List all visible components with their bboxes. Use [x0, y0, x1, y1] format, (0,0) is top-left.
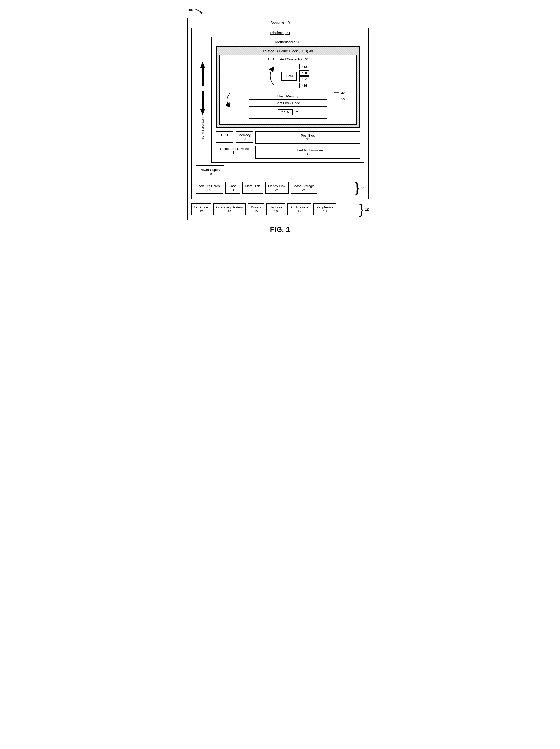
- power-supply-row: Power Supply 19: [196, 165, 365, 178]
- tcpa-label: TCPA Subsystem: [201, 117, 204, 139]
- tbb-connection-label: TBB Trusted Connection 46: [222, 57, 353, 61]
- main-content-row: TCPA Subsystem Motherboard 30 Trusted Bu…: [196, 37, 365, 163]
- tpm-box: TPM: [281, 71, 297, 81]
- addon-cards-box: Add-On Cards 20: [196, 182, 223, 194]
- tpm-slot-d: 48d: [299, 83, 309, 88]
- right-components: Post Bios 36 Embedded Firmware 38: [255, 131, 360, 158]
- software-brace-ref: 12: [365, 207, 369, 211]
- tpm-slot-a: 48a: [299, 64, 309, 69]
- ref-line: [334, 91, 340, 94]
- addons-items: Add-On Cards 20 Case 21 Hard Disk 23 F: [196, 182, 352, 194]
- tcpa-arrows: [197, 60, 208, 116]
- memory-box: Memory 33: [236, 131, 254, 143]
- flash-ref-42: 42: [334, 91, 345, 95]
- diagram-number: 100: [187, 8, 193, 12]
- crtm-area: CRTM 52: [252, 108, 324, 117]
- boot-ref-50: 50: [341, 98, 345, 101]
- case-box: Case 21: [225, 182, 240, 194]
- floppy-disk-box: Floppy Disk 24: [265, 182, 288, 194]
- system-label: System 10: [191, 21, 369, 25]
- software-items: IPL Code 12 Operating System 14 Drivers …: [191, 204, 357, 215]
- tbb-box: Trusted Building Block (TBB) 40 TBB Trus…: [216, 46, 360, 128]
- crtm-box: CRTM: [278, 109, 293, 115]
- mass-storage-box: Mass Storage 25: [290, 182, 317, 194]
- software-row: IPL Code 12 Operating System 14 Drivers …: [191, 202, 369, 216]
- lower-mb-row: CPU 32 Memory 33 Embedded Devices: [216, 131, 360, 158]
- post-bios-box: Post Bios 36: [255, 131, 360, 144]
- motherboard-box: Motherboard 30 Trusted Building Block (T…: [211, 37, 365, 163]
- system-box: System 10 Platform 20 TCPA Subs: [187, 18, 373, 220]
- flash-boot-crtm-box: Flash Memory Boot Block Code: [239, 90, 337, 121]
- fig-label: FIG. 1: [187, 226, 373, 234]
- tpm-slots: 48a 48b 48c 48d: [299, 64, 309, 88]
- tbb-inner-box: TBB Trusted Connection 46: [219, 55, 357, 125]
- addons-row: Add-On Cards 20 Case 21 Hard Disk 23 F: [196, 181, 365, 195]
- diagram-number-area: 100: [187, 8, 373, 15]
- platform-brace-ref: 22: [361, 186, 365, 190]
- platform-label: Platform 20: [196, 30, 365, 35]
- os-box: Operating System 14: [213, 204, 246, 215]
- services-box: Services 16: [266, 204, 285, 215]
- crtm-ref: 52: [295, 111, 298, 114]
- platform-box: Platform 20 TCPA Subsystem: [191, 27, 369, 199]
- embedded-devices-box: Embedded Devices 34: [216, 145, 254, 156]
- platform-brace: }: [355, 181, 360, 195]
- flash-memory-label: Flash Memory: [249, 93, 327, 100]
- flash-area-container: Flash Memory Boot Block Code: [222, 90, 353, 121]
- page-container: 100 System 10 Platform 20: [185, 5, 376, 236]
- tcpa-area: TCPA Subsystem: [196, 37, 210, 163]
- flash-memory-box: Flash Memory Boot Block Code: [249, 92, 327, 119]
- tpm-area: TPM 48a 48b 48c 48d: [222, 64, 353, 88]
- crtm-row: CRTM 52: [249, 107, 327, 118]
- software-brace-container: IPL Code 12 Operating System 14 Drivers …: [191, 202, 369, 216]
- cpu-box: CPU 32: [216, 131, 234, 143]
- embedded-firmware-box: Embedded Firmware 38: [255, 146, 360, 158]
- addons-brace-container: Add-On Cards 20 Case 21 Hard Disk 23 F: [196, 181, 365, 195]
- diagram-arrow: [193, 8, 206, 14]
- curved-arrow-down: [223, 92, 236, 107]
- motherboard-label: Motherboard 30: [216, 40, 360, 44]
- left-components: CPU 32 Memory 33 Embedded Devices: [216, 131, 254, 158]
- hard-disk-box: Hard Disk 23: [242, 182, 263, 194]
- power-supply-box: Power Supply 19: [196, 165, 224, 178]
- software-brace: }: [359, 202, 364, 216]
- svg-marker-3: [200, 91, 205, 115]
- svg-marker-2: [200, 62, 205, 86]
- applications-box: Applications 17: [287, 204, 311, 215]
- tpm-slot-b: 48b: [299, 70, 309, 76]
- peripherals-box: Peripherals 18: [313, 204, 336, 215]
- curved-arrow-up: [266, 66, 279, 86]
- drivers-box: Drivers 15: [248, 204, 264, 215]
- ipl-box: IPL Code 12: [191, 204, 211, 215]
- tbb-label: Trusted Building Block (TBB) 40: [219, 49, 357, 53]
- tpm-slot-c: 48c: [299, 77, 309, 82]
- cpu-memory-row: CPU 32 Memory 33: [216, 131, 254, 143]
- boot-block-label: Boot Block Code: [249, 100, 327, 107]
